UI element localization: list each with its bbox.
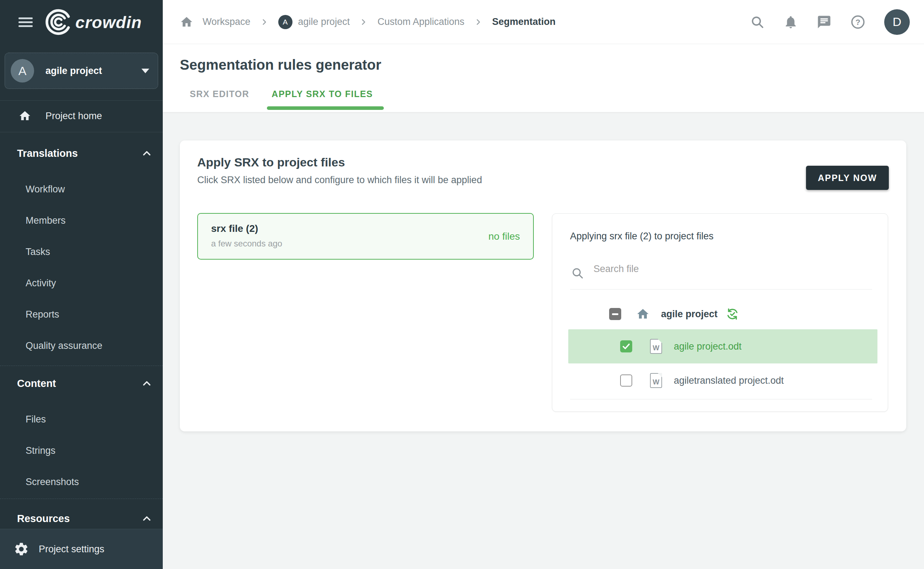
sidebar-item-reports[interactable]: Reports bbox=[0, 299, 163, 330]
sidebar-item-strings[interactable]: Strings bbox=[0, 435, 163, 466]
section-title: Resources bbox=[17, 513, 70, 525]
crowdin-logo-icon bbox=[46, 9, 72, 35]
sidebar-item-screenshots[interactable]: Screenshots bbox=[0, 466, 163, 497]
sidebar-item-label: Project home bbox=[46, 111, 102, 122]
sidebar-section-translations[interactable]: Translations bbox=[0, 141, 163, 166]
notifications-bell-icon[interactable] bbox=[783, 15, 798, 29]
chevron-right-icon bbox=[260, 17, 269, 27]
file-checkbox-unchecked[interactable] bbox=[620, 374, 632, 386]
divider bbox=[0, 499, 163, 499]
srx-file-name: srx file (2) bbox=[211, 223, 258, 234]
breadcrumb-project[interactable]: A agile project bbox=[278, 15, 350, 29]
search-icon[interactable] bbox=[750, 15, 765, 29]
file-checkbox-checked[interactable] bbox=[620, 340, 632, 352]
tab-label: APPLY SRX TO FILES bbox=[272, 89, 373, 99]
project-avatar: A bbox=[278, 15, 293, 29]
project-avatar: A bbox=[11, 59, 34, 82]
srx-file-time: a few seconds ago bbox=[211, 239, 282, 249]
sidebar-item-activity[interactable]: Activity bbox=[0, 268, 163, 299]
page-header: Segmentation rules generator SRX EDITOR … bbox=[163, 44, 924, 112]
breadcrumb-segmentation: Segmentation bbox=[492, 16, 556, 27]
active-tab-underline bbox=[267, 106, 384, 110]
apply-srx-card: Apply SRX to project files Click SRX lis… bbox=[180, 140, 906, 431]
breadcrumb-custom-applications[interactable]: Custom Applications bbox=[378, 16, 464, 27]
content-area: Apply SRX to project files Click SRX lis… bbox=[163, 112, 924, 569]
tabs: SRX EDITOR APPLY SRX TO FILES bbox=[190, 84, 373, 104]
chevron-up-icon bbox=[141, 377, 153, 389]
sidebar-item-workflow[interactable]: Workflow bbox=[0, 173, 163, 205]
sidebar-item-project-home[interactable]: Project home bbox=[0, 100, 163, 131]
sidebar-item-quality-assurance[interactable]: Quality assurance bbox=[0, 330, 163, 361]
file-row[interactable]: W agiletranslated project.odt bbox=[568, 364, 877, 398]
chevron-right-icon bbox=[474, 17, 483, 27]
breadcrumb-workspace[interactable]: Workspace bbox=[203, 16, 250, 27]
word-document-icon: W bbox=[650, 339, 662, 354]
messages-icon[interactable] bbox=[817, 15, 831, 29]
help-icon[interactable]: ? bbox=[850, 14, 866, 30]
divider bbox=[0, 365, 163, 366]
sidebar-section-content[interactable]: Content bbox=[0, 371, 163, 396]
topbar-icons: ? D bbox=[750, 9, 924, 35]
card-title: Apply SRX to project files bbox=[197, 155, 345, 169]
chevron-right-icon bbox=[359, 17, 368, 27]
file-name: agiletranslated project.odt bbox=[674, 375, 784, 386]
svg-text:?: ? bbox=[856, 17, 860, 27]
sidebar-item-project-settings[interactable]: Project settings bbox=[0, 529, 163, 569]
divider bbox=[570, 289, 872, 289]
crowdin-logo-text: crowdin bbox=[75, 12, 142, 32]
breadcrumb: Workspace A agile project Custom Applica… bbox=[180, 15, 555, 29]
top-navbar: Workspace A agile project Custom Applica… bbox=[163, 0, 924, 44]
file-row-selected[interactable]: W agile project.odt bbox=[568, 329, 877, 364]
sidebar: crowdin A agile project Project home Tra… bbox=[0, 0, 163, 569]
sidebar-item-label: Project settings bbox=[39, 544, 105, 555]
files-panel-title: Applying srx file (2) to project files bbox=[570, 231, 714, 242]
srx-file-status: no files bbox=[488, 231, 520, 242]
root-project-name: agile project bbox=[661, 309, 718, 320]
page-title: Segmentation rules generator bbox=[180, 57, 381, 73]
home-icon bbox=[18, 110, 31, 122]
breadcrumb-label: agile project bbox=[298, 16, 350, 27]
tab-apply-srx-to-files[interactable]: APPLY SRX TO FILES bbox=[272, 84, 373, 104]
chevron-up-icon bbox=[141, 147, 153, 159]
project-selector[interactable]: A agile project bbox=[5, 53, 158, 89]
card-subtitle: Click SRX listed below and configure to … bbox=[197, 175, 482, 186]
divider bbox=[0, 132, 163, 132]
sidebar-item-members[interactable]: Members bbox=[0, 205, 163, 236]
home-icon bbox=[636, 307, 649, 321]
search-file-input[interactable] bbox=[593, 263, 842, 275]
hamburger-menu-icon[interactable] bbox=[18, 15, 33, 29]
sidebar-item-files[interactable]: Files bbox=[0, 404, 163, 435]
root-checkbox-indeterminate[interactable] bbox=[609, 308, 621, 320]
tab-srx-editor[interactable]: SRX EDITOR bbox=[190, 84, 249, 104]
tree-root-row[interactable]: agile project bbox=[609, 297, 740, 331]
user-avatar[interactable]: D bbox=[884, 9, 910, 35]
sync-success-icon bbox=[725, 307, 740, 321]
project-selector-name: agile project bbox=[46, 65, 141, 76]
sidebar-section-resources[interactable]: Resources bbox=[0, 506, 163, 531]
apply-now-button[interactable]: APPLY NOW bbox=[806, 166, 889, 190]
crowdin-logo[interactable]: crowdin bbox=[46, 9, 142, 35]
sidebar-top: crowdin bbox=[0, 0, 163, 44]
section-title: Translations bbox=[17, 148, 78, 159]
section-title: Content bbox=[17, 378, 56, 389]
chevron-up-icon bbox=[141, 513, 153, 525]
gear-icon bbox=[14, 541, 29, 557]
caret-down-icon bbox=[141, 68, 149, 73]
home-icon[interactable] bbox=[180, 15, 193, 29]
divider bbox=[570, 399, 872, 399]
sidebar-item-tasks[interactable]: Tasks bbox=[0, 236, 163, 268]
word-document-icon: W bbox=[650, 373, 662, 388]
file-name: agile project.odt bbox=[674, 341, 742, 352]
files-panel: Applying srx file (2) to project files a… bbox=[552, 213, 888, 412]
search-icon bbox=[571, 266, 584, 280]
srx-file-card[interactable]: srx file (2) a few seconds ago no files bbox=[197, 213, 534, 260]
